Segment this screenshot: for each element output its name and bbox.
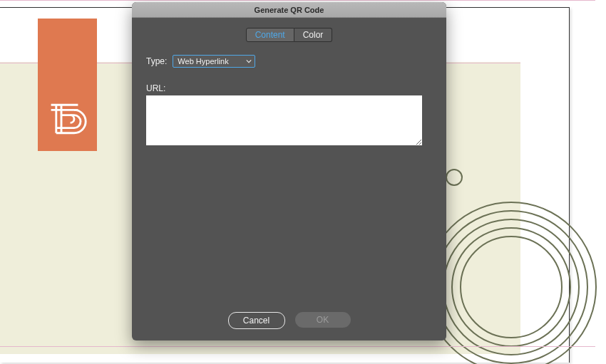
guide-line — [0, 0, 595, 1]
type-value: Web Hyperlink — [178, 57, 228, 66]
generate-qr-dialog: Generate QR Code Content Color Type: Web… — [132, 2, 446, 340]
ok-button: OK — [295, 312, 351, 328]
app-canvas: S Generate QR Code Content Color Type: W… — [0, 0, 606, 364]
chevron-down-icon — [246, 58, 252, 64]
dialog-body: Type: Web Hyperlink URL: — [132, 42, 446, 148]
concentric-circles — [438, 214, 581, 357]
logo-badge — [38, 19, 97, 151]
type-select[interactable]: Web Hyperlink — [173, 55, 255, 68]
dialog-titlebar[interactable]: Generate QR Code — [132, 2, 446, 18]
dialog-title: Generate QR Code — [255, 6, 324, 14]
guide-line — [0, 346, 595, 347]
logo-b-icon — [48, 100, 87, 138]
type-label: Type: — [146, 56, 167, 66]
dialog-footer: Cancel OK — [132, 312, 446, 329]
url-input[interactable] — [146, 95, 422, 145]
tab-content[interactable]: Content — [246, 28, 294, 42]
url-label: URL: — [146, 83, 432, 93]
cancel-button[interactable]: Cancel — [228, 312, 285, 329]
circle-graphic — [446, 169, 463, 186]
dialog-tabs: Content Color — [132, 28, 446, 42]
tab-color[interactable]: Color — [294, 28, 333, 42]
